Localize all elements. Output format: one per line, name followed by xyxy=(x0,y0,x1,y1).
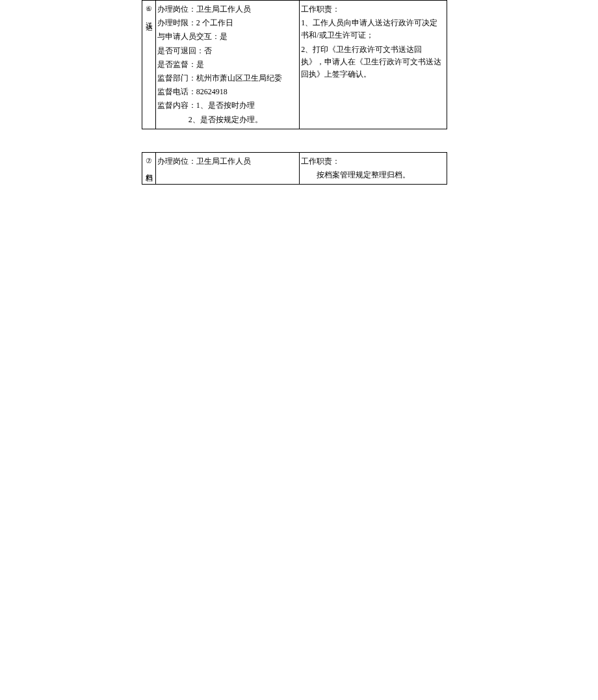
detail-line: 2、是否按规定办理。 xyxy=(157,113,298,127)
document-page: ⑥ 送达 办理岗位：卫生局工作人员 办理时限：2 个工作日 与申请人员交互：是 … xyxy=(0,0,598,185)
step-7-table: ⑦ 归档 办理岗位：卫生局工作人员 工作职责： 按档案管理规定整理归档。 xyxy=(142,152,447,185)
step-7-label: 归档 xyxy=(143,168,155,170)
step-6-details-cell: 办理岗位：卫生局工作人员 办理时限：2 个工作日 与申请人员交互：是 是否可退回… xyxy=(155,1,300,129)
detail-line: 办理岗位：卫生局工作人员 xyxy=(157,3,298,16)
step-7-header-cell: ⑦ 归档 xyxy=(142,152,156,184)
resp-title: 工作职责： xyxy=(301,3,445,16)
detail-line: 是否可退回：否 xyxy=(157,44,298,58)
step-6-table: ⑥ 送达 办理岗位：卫生局工作人员 办理时限：2 个工作日 与申请人员交互：是 … xyxy=(142,0,447,129)
step-6-section: ⑥ 送达 办理岗位：卫生局工作人员 办理时限：2 个工作日 与申请人员交互：是 … xyxy=(142,0,447,129)
step-7-number: ⑦ xyxy=(143,155,155,167)
detail-line: 监督部门：杭州市萧山区卫生局纪委 xyxy=(157,71,298,85)
detail-line: 监督内容：1、是否按时办理 xyxy=(157,99,298,112)
step-7-section: ⑦ 归档 办理岗位：卫生局工作人员 工作职责： 按档案管理规定整理归档。 xyxy=(142,152,447,185)
detail-line: 与申请人员交互：是 xyxy=(157,30,298,44)
step-6-header-cell: ⑥ 送达 xyxy=(142,1,156,129)
step-6-responsibility-cell: 工作职责： 1、工作人员向申请人送达行政许可决定书和/或卫生许可证； 2、打印《… xyxy=(300,1,447,129)
resp-line: 按档案管理规定整理归档。 xyxy=(301,168,445,182)
detail-line: 办理时限：2 个工作日 xyxy=(157,16,298,30)
step-7-responsibility-cell: 工作职责： 按档案管理规定整理归档。 xyxy=(300,152,447,184)
step-6-number: ⑥ xyxy=(143,3,155,15)
detail-line: 办理岗位：卫生局工作人员 xyxy=(157,155,298,168)
resp-title: 工作职责： xyxy=(301,155,445,168)
resp-line: 1、工作人员向申请人送达行政许可决定书和/或卫生许可证； xyxy=(301,16,445,42)
step-7-details-cell: 办理岗位：卫生局工作人员 xyxy=(155,152,300,184)
step-6-label: 送达 xyxy=(143,16,155,19)
detail-line: 监督电话：82624918 xyxy=(157,85,298,99)
resp-line: 2、打印《卫生行政许可文书送达回执》，申请人在《卫生行政许可文书送达回执》上签字… xyxy=(301,43,445,82)
detail-line: 是否监督：是 xyxy=(157,58,298,71)
